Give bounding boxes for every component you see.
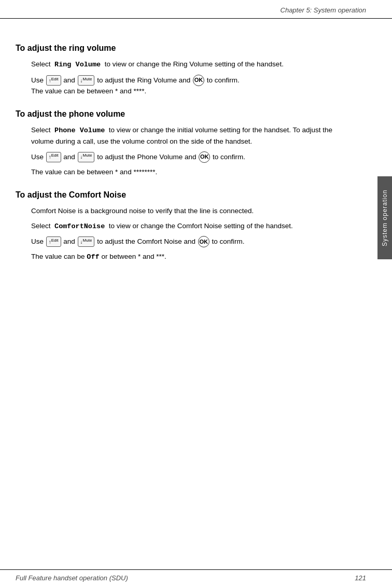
section-title-comfort-noise: To adjust the Comfort Noise (16, 190, 347, 200)
ok-button-icon3: OK (198, 236, 209, 247)
comfort-noise-para2: Select ComfortNoise to view or change th… (31, 221, 347, 232)
phone-volume-code: Phone Volume (54, 127, 105, 134)
edit-button-icon: ↑Edit (46, 75, 61, 86)
phone-volume-para1: Select Phone Volume to view or change th… (31, 125, 347, 147)
comfort-noise-para1: Comfort Noise is a background noise to v… (31, 206, 347, 217)
section-title-ring-volume: To adjust the ring volume (16, 44, 347, 53)
mute-button-icon2: ↓Mute (78, 152, 95, 162)
comfort-noise-para4: The value can be Off or between * and **… (31, 252, 347, 263)
off-code: Off (87, 253, 99, 261)
section-phone-volume: To adjust the phone volume Select Phone … (16, 109, 347, 178)
ring-volume-para1: Select Ring Volume to view or change the… (31, 59, 347, 71)
ring-volume-code: Ring Volume (54, 61, 101, 68)
section-ring-volume: To adjust the ring volume Select Ring Vo… (16, 44, 347, 97)
page-header: Chapter 5: System operation (0, 0, 392, 19)
ok-button-icon2: OK (199, 151, 210, 163)
page-footer: Full Feature handset operation (SDU) 121 (0, 569, 392, 586)
section-comfort-noise: To adjust the Comfort Noise Comfort Nois… (16, 190, 347, 263)
footer-page-number: 121 (355, 574, 366, 582)
header-title: Chapter 5: System operation (281, 6, 366, 14)
section-title-phone-volume: To adjust the phone volume (16, 109, 347, 119)
ok-button-icon: OK (193, 75, 204, 86)
comfort-noise-para3: Use ↑Edit and ↓Mute to adjust the Comfor… (31, 236, 347, 247)
sidebar-tab: System operation (377, 176, 392, 259)
footer-left: Full Feature handset operation (SDU) (16, 574, 128, 582)
main-content: To adjust the ring volume Select Ring Vo… (0, 19, 373, 283)
phone-volume-para3: The value can be between * and ********. (31, 167, 347, 178)
mute-button-icon: ↓Mute (78, 75, 95, 86)
phone-volume-para2: Use ↑Edit and ↓Mute to adjust the Phone … (31, 151, 347, 163)
comfort-noise-code: ComfortNoise (54, 222, 105, 230)
edit-button-icon3: ↑Edit (46, 236, 61, 247)
edit-button-icon2: ↑Edit (46, 152, 61, 162)
ring-volume-para2: Use ↑Edit and ↓Mute to adjust the Ring V… (31, 75, 347, 97)
mute-button-icon3: ↓Mute (78, 236, 95, 247)
